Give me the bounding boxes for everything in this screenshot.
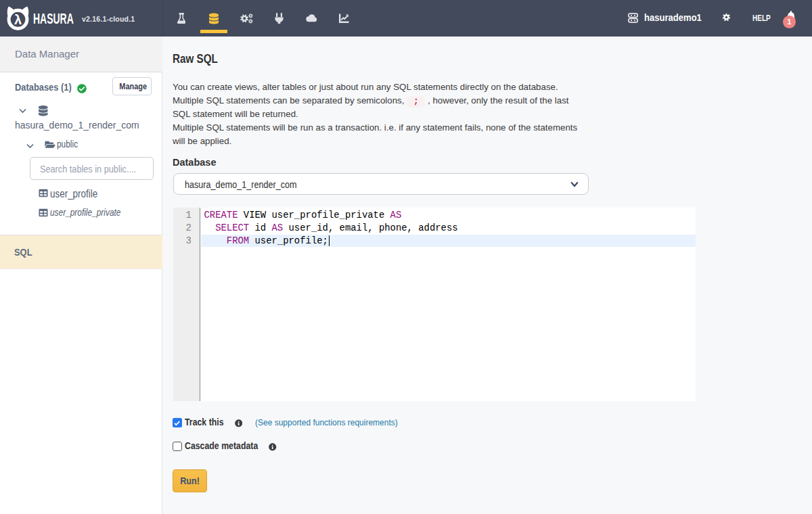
svg-text:λ: λ xyxy=(14,12,22,27)
svg-text:1: 1 xyxy=(787,18,791,26)
